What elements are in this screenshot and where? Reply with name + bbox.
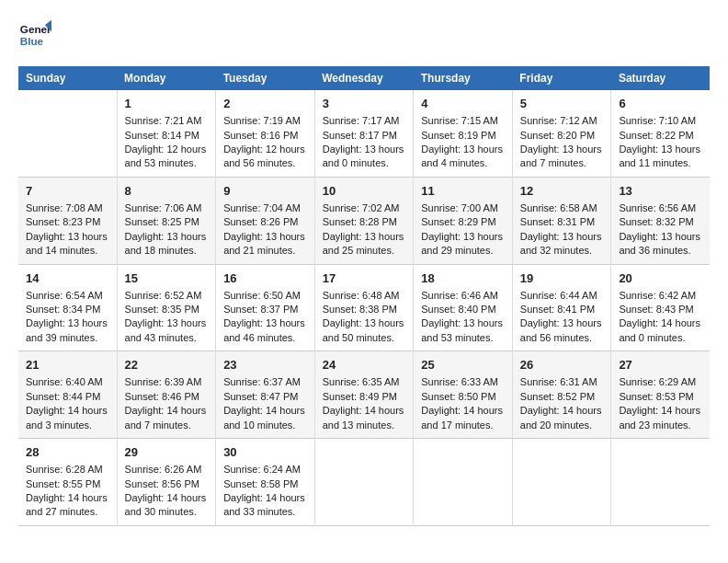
calendar-cell: 6Sunrise: 7:10 AMSunset: 8:22 PMDaylight…: [611, 90, 710, 177]
cell-line: Daylight: 13 hours: [323, 230, 406, 244]
cell-line: Sunrise: 6:48 AM: [323, 289, 406, 303]
cell-line: Sunrise: 7:02 AM: [323, 201, 406, 215]
day-number: 27: [619, 357, 702, 373]
calendar-cell: 14Sunrise: 6:54 AMSunset: 8:34 PMDayligh…: [18, 264, 117, 351]
day-number: 17: [323, 270, 406, 287]
day-number: 1: [125, 96, 209, 112]
cell-line: Daylight: 13 hours: [421, 230, 505, 244]
cell-line: Sunset: 8:58 PM: [223, 477, 307, 491]
cell-line: and 27 minutes.: [26, 505, 109, 519]
cell-line: and 46 minutes.: [223, 331, 307, 345]
cell-line: Sunrise: 6:31 AM: [520, 375, 604, 389]
cell-line: Sunrise: 6:28 AM: [26, 463, 109, 477]
cell-line: and 10 minutes.: [223, 419, 307, 432]
cell-line: and 0 minutes.: [323, 156, 406, 170]
calendar-cell: 7Sunrise: 7:08 AMSunset: 8:23 PMDaylight…: [18, 177, 117, 264]
cell-line: and 14 minutes.: [26, 244, 109, 258]
calendar-cell: 1Sunrise: 7:21 AMSunset: 8:14 PMDaylight…: [117, 90, 216, 177]
cell-line: Daylight: 13 hours: [520, 143, 604, 156]
day-number: 19: [520, 270, 604, 287]
cell-line: Daylight: 12 hours: [223, 143, 307, 156]
cell-line: and 56 minutes.: [520, 331, 604, 345]
day-number: 11: [421, 183, 505, 200]
cell-line: and 18 minutes.: [125, 244, 209, 258]
calendar-cell: 21Sunrise: 6:40 AMSunset: 8:44 PMDayligh…: [18, 351, 117, 439]
day-number: 30: [223, 444, 307, 461]
cell-line: and 53 minutes.: [125, 156, 209, 170]
cell-line: and 21 minutes.: [223, 244, 307, 258]
calendar-cell: 16Sunrise: 6:50 AMSunset: 8:37 PMDayligh…: [216, 264, 315, 351]
cell-line: Daylight: 13 hours: [619, 143, 702, 156]
day-header: Wednesday: [314, 66, 414, 90]
page-header: General Blue: [18, 18, 710, 52]
cell-line: and 33 minutes.: [223, 505, 307, 519]
cell-line: and 36 minutes.: [619, 244, 702, 258]
day-number: 26: [520, 357, 604, 373]
day-number: 7: [26, 183, 109, 200]
cell-line: Sunset: 8:40 PM: [421, 303, 505, 316]
day-number: 21: [26, 357, 109, 373]
cell-line: and 23 minutes.: [619, 419, 702, 432]
calendar-cell: 12Sunrise: 6:58 AMSunset: 8:31 PMDayligh…: [512, 177, 611, 264]
cell-line: Sunset: 8:38 PM: [323, 303, 406, 316]
cell-line: Sunset: 8:44 PM: [26, 390, 109, 404]
cell-line: Daylight: 14 hours: [26, 404, 109, 418]
day-number: 22: [125, 357, 209, 373]
cell-line: and 56 minutes.: [223, 156, 307, 170]
cell-line: Sunrise: 6:35 AM: [323, 375, 406, 389]
day-number: 3: [323, 96, 406, 112]
svg-text:Blue: Blue: [20, 35, 44, 47]
cell-line: Sunrise: 6:26 AM: [125, 463, 209, 477]
logo-icon: General Blue: [18, 18, 51, 52]
cell-line: Sunrise: 7:10 AM: [619, 114, 702, 128]
cell-line: Sunset: 8:46 PM: [125, 390, 209, 404]
day-header: Monday: [117, 66, 216, 90]
cell-line: Sunrise: 7:17 AM: [323, 114, 406, 128]
cell-line: Sunset: 8:47 PM: [223, 390, 307, 404]
cell-line: Daylight: 13 hours: [26, 316, 109, 330]
logo: General Blue: [18, 18, 51, 52]
day-number: 4: [421, 96, 505, 112]
cell-line: Daylight: 13 hours: [421, 143, 505, 156]
day-header: Thursday: [414, 66, 513, 90]
cell-line: Daylight: 14 hours: [421, 404, 505, 418]
cell-line: Sunset: 8:49 PM: [323, 390, 406, 404]
day-number: 28: [26, 444, 109, 461]
day-header: Sunday: [18, 66, 117, 90]
cell-line: and 29 minutes.: [421, 244, 505, 258]
cell-line: Sunrise: 7:21 AM: [125, 114, 209, 128]
calendar-cell: 24Sunrise: 6:35 AMSunset: 8:49 PMDayligh…: [314, 351, 414, 439]
cell-line: and 25 minutes.: [323, 244, 406, 258]
day-header: Friday: [512, 66, 611, 90]
cell-line: and 7 minutes.: [125, 419, 209, 432]
week-row: 14Sunrise: 6:54 AMSunset: 8:34 PMDayligh…: [18, 264, 710, 351]
cell-line: Daylight: 13 hours: [223, 316, 307, 330]
calendar-cell: [18, 90, 117, 177]
cell-line: Sunset: 8:22 PM: [619, 129, 702, 143]
cell-line: Sunrise: 7:15 AM: [421, 114, 505, 128]
cell-line: and 20 minutes.: [520, 419, 604, 432]
day-number: 5: [520, 96, 604, 112]
calendar-cell: 10Sunrise: 7:02 AMSunset: 8:28 PMDayligh…: [314, 177, 414, 264]
cell-line: Sunrise: 6:58 AM: [520, 201, 604, 215]
cell-line: Daylight: 12 hours: [125, 143, 209, 156]
cell-line: and 0 minutes.: [619, 331, 702, 345]
cell-line: Sunset: 8:26 PM: [223, 215, 307, 229]
calendar-cell: [512, 439, 611, 526]
calendar-cell: [414, 439, 513, 526]
day-number: 14: [26, 270, 109, 287]
cell-line: Sunrise: 6:56 AM: [619, 201, 702, 215]
calendar-header-row: SundayMondayTuesdayWednesdayThursdayFrid…: [18, 66, 710, 90]
calendar-cell: 9Sunrise: 7:04 AMSunset: 8:26 PMDaylight…: [216, 177, 315, 264]
cell-line: Daylight: 14 hours: [619, 404, 702, 418]
cell-line: Sunset: 8:19 PM: [421, 129, 505, 143]
week-row: 21Sunrise: 6:40 AMSunset: 8:44 PMDayligh…: [18, 351, 710, 439]
cell-line: Sunset: 8:41 PM: [520, 303, 604, 316]
day-number: 23: [223, 357, 307, 373]
cell-line: Sunset: 8:53 PM: [619, 390, 702, 404]
cell-line: Daylight: 13 hours: [421, 316, 505, 330]
cell-line: Daylight: 14 hours: [223, 404, 307, 418]
cell-line: Sunset: 8:56 PM: [125, 477, 209, 491]
cell-line: and 3 minutes.: [26, 419, 109, 432]
day-number: 9: [223, 183, 307, 200]
